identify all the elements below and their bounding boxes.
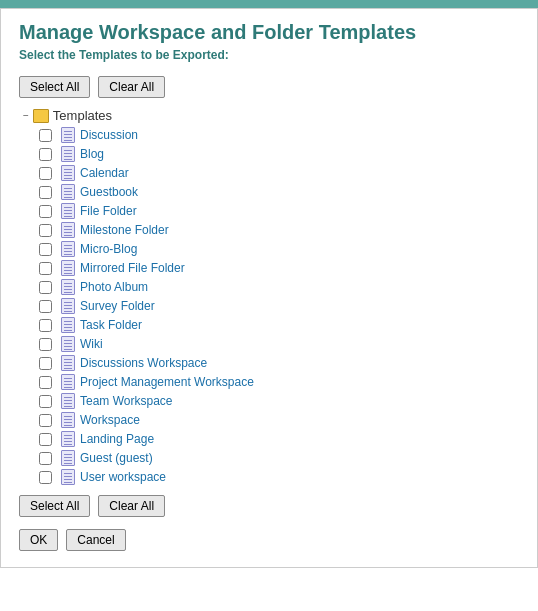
item-label[interactable]: Discussions Workspace bbox=[80, 356, 207, 370]
list-item: Discussions Workspace bbox=[23, 355, 519, 371]
document-icon bbox=[61, 450, 75, 466]
item-checkbox[interactable] bbox=[39, 300, 52, 313]
list-item: Team Workspace bbox=[23, 393, 519, 409]
item-checkbox[interactable] bbox=[39, 357, 52, 370]
list-item: Project Management Workspace bbox=[23, 374, 519, 390]
document-icon bbox=[61, 165, 75, 181]
item-label[interactable]: Project Management Workspace bbox=[80, 375, 254, 389]
top-clear-all-button[interactable]: Clear All bbox=[98, 76, 165, 98]
item-checkbox[interactable] bbox=[39, 433, 52, 446]
item-checkbox[interactable] bbox=[39, 319, 52, 332]
item-checkbox[interactable] bbox=[39, 452, 52, 465]
tree-root: − Templates bbox=[23, 108, 519, 123]
list-item: File Folder bbox=[23, 203, 519, 219]
item-checkbox[interactable] bbox=[39, 281, 52, 294]
list-item: Blog bbox=[23, 146, 519, 162]
page-content: Manage Workspace and Folder Templates Se… bbox=[0, 8, 538, 568]
list-item: Milestone Folder bbox=[23, 222, 519, 238]
item-label[interactable]: Micro-Blog bbox=[80, 242, 137, 256]
document-icon bbox=[61, 203, 75, 219]
item-label[interactable]: Wiki bbox=[80, 337, 103, 351]
item-label[interactable]: Survey Folder bbox=[80, 299, 155, 313]
list-item: Wiki bbox=[23, 336, 519, 352]
template-tree: − Templates DiscussionBlogCalendarGuestb… bbox=[19, 108, 519, 485]
list-item: User workspace bbox=[23, 469, 519, 485]
document-icon bbox=[61, 241, 75, 257]
item-checkbox[interactable] bbox=[39, 243, 52, 256]
list-item: Survey Folder bbox=[23, 298, 519, 314]
list-item: Guest (guest) bbox=[23, 450, 519, 466]
bottom-clear-all-button[interactable]: Clear All bbox=[98, 495, 165, 517]
page-title: Manage Workspace and Folder Templates bbox=[19, 21, 519, 44]
item-checkbox[interactable] bbox=[39, 262, 52, 275]
list-item: Discussion bbox=[23, 127, 519, 143]
document-icon bbox=[61, 393, 75, 409]
list-item: Guestbook bbox=[23, 184, 519, 200]
expand-icon[interactable]: − bbox=[23, 110, 29, 121]
list-item: Workspace bbox=[23, 412, 519, 428]
cancel-button[interactable]: Cancel bbox=[66, 529, 125, 551]
document-icon bbox=[61, 279, 75, 295]
document-icon bbox=[61, 127, 75, 143]
tree-items-container: DiscussionBlogCalendarGuestbookFile Fold… bbox=[23, 127, 519, 485]
document-icon bbox=[61, 146, 75, 162]
document-icon bbox=[61, 260, 75, 276]
folder-icon bbox=[33, 109, 49, 123]
item-label[interactable]: Milestone Folder bbox=[80, 223, 169, 237]
bottom-button-row: Select All Clear All bbox=[19, 495, 519, 517]
item-checkbox[interactable] bbox=[39, 471, 52, 484]
document-icon bbox=[61, 298, 75, 314]
document-icon bbox=[61, 222, 75, 238]
document-icon bbox=[61, 184, 75, 200]
top-select-all-button[interactable]: Select All bbox=[19, 76, 90, 98]
item-checkbox[interactable] bbox=[39, 129, 52, 142]
list-item: Landing Page bbox=[23, 431, 519, 447]
page-subtitle: Select the Templates to be Exported: bbox=[19, 48, 519, 62]
item-checkbox[interactable] bbox=[39, 205, 52, 218]
item-label[interactable]: Landing Page bbox=[80, 432, 154, 446]
document-icon bbox=[61, 317, 75, 333]
tree-root-label: Templates bbox=[53, 108, 112, 123]
document-icon bbox=[61, 469, 75, 485]
document-icon bbox=[61, 431, 75, 447]
ok-cancel-row: OK Cancel bbox=[19, 529, 519, 551]
item-label[interactable]: Mirrored File Folder bbox=[80, 261, 185, 275]
list-item: Photo Album bbox=[23, 279, 519, 295]
document-icon bbox=[61, 412, 75, 428]
top-button-row: Select All Clear All bbox=[19, 76, 519, 98]
document-icon bbox=[61, 374, 75, 390]
item-label[interactable]: Task Folder bbox=[80, 318, 142, 332]
list-item: Calendar bbox=[23, 165, 519, 181]
item-label[interactable]: Blog bbox=[80, 147, 104, 161]
item-label[interactable]: Discussion bbox=[80, 128, 138, 142]
item-label[interactable]: Team Workspace bbox=[80, 394, 172, 408]
item-label[interactable]: User workspace bbox=[80, 470, 166, 484]
item-checkbox[interactable] bbox=[39, 186, 52, 199]
item-checkbox[interactable] bbox=[39, 167, 52, 180]
ok-button[interactable]: OK bbox=[19, 529, 58, 551]
item-checkbox[interactable] bbox=[39, 414, 52, 427]
item-label[interactable]: Photo Album bbox=[80, 280, 148, 294]
item-label[interactable]: File Folder bbox=[80, 204, 137, 218]
item-checkbox[interactable] bbox=[39, 395, 52, 408]
item-checkbox[interactable] bbox=[39, 376, 52, 389]
item-label[interactable]: Workspace bbox=[80, 413, 140, 427]
document-icon bbox=[61, 355, 75, 371]
bottom-select-all-button[interactable]: Select All bbox=[19, 495, 90, 517]
item-checkbox[interactable] bbox=[39, 338, 52, 351]
list-item: Mirrored File Folder bbox=[23, 260, 519, 276]
item-label[interactable]: Guestbook bbox=[80, 185, 138, 199]
item-label[interactable]: Guest (guest) bbox=[80, 451, 153, 465]
item-label[interactable]: Calendar bbox=[80, 166, 129, 180]
header-bar bbox=[0, 0, 538, 8]
item-checkbox[interactable] bbox=[39, 224, 52, 237]
list-item: Task Folder bbox=[23, 317, 519, 333]
item-checkbox[interactable] bbox=[39, 148, 52, 161]
document-icon bbox=[61, 336, 75, 352]
list-item: Micro-Blog bbox=[23, 241, 519, 257]
